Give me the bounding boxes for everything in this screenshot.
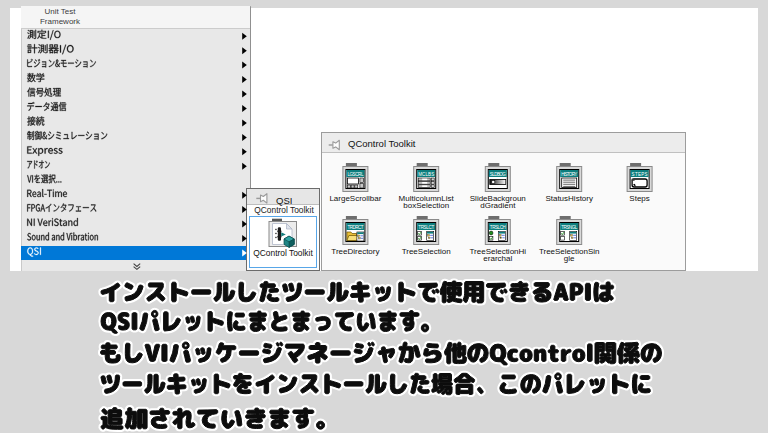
svg-text:TRDRCT: TRDRCT <box>347 225 363 230</box>
svg-text:TRSNGL: TRSNGL <box>561 225 577 230</box>
svg-text:MCLBS: MCLBS <box>418 172 434 177</box>
svg-text:SLDBOG: SLDBOG <box>490 172 506 177</box>
svg-text:LGSCRL: LGSCRL <box>347 172 363 177</box>
svg-text:TRSLCT: TRSLCT <box>418 225 434 230</box>
svg-text:HISTORY: HISTORY <box>561 172 577 177</box>
svg-text:TRSLCH: TRSLCH <box>490 225 506 230</box>
svg-text:STEPS: STEPS <box>632 172 648 177</box>
